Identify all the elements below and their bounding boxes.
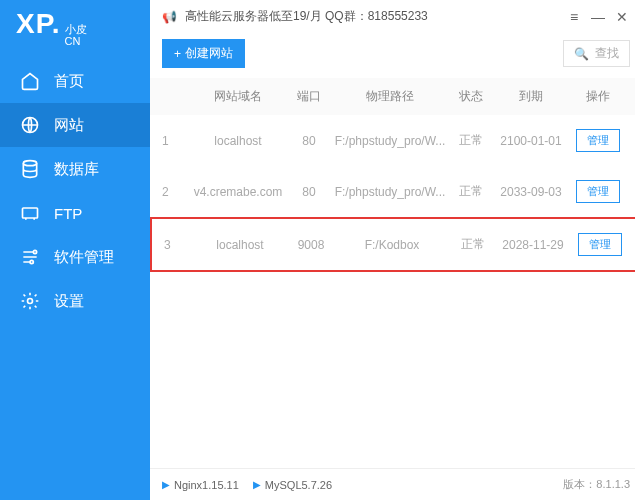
svg-rect-2 — [23, 208, 38, 218]
sidebar-item-label: 网站 — [54, 116, 84, 135]
sidebar-item-software[interactable]: 软件管理 — [0, 235, 150, 279]
row-expiry: 2033-09-03 — [492, 185, 570, 199]
sidebar-item-database[interactable]: 数据库 — [0, 147, 150, 191]
nginx-status[interactable]: ▶ Nginx1.15.11 — [162, 479, 239, 491]
statusbar: ▶ Nginx1.15.11 ▶ MySQL5.7.26 版本：8.1.1.3 — [150, 468, 635, 500]
header-expiry: 到期 — [492, 88, 570, 105]
header-domain: 网站域名 — [188, 88, 288, 105]
sliders-icon — [20, 247, 40, 267]
sidebar-item-home[interactable]: 首页 — [0, 59, 150, 103]
sidebar-item-label: 数据库 — [54, 160, 99, 179]
sidebar-item-label: 设置 — [54, 292, 84, 311]
row-port: 9008 — [290, 238, 332, 252]
database-icon — [20, 159, 40, 179]
row-expiry: 2028-11-29 — [494, 238, 572, 252]
sidebar-item-label: FTP — [54, 205, 82, 222]
website-table: 网站域名 端口 物理路径 状态 到期 操作 1localhost80F:/php… — [150, 78, 635, 272]
row-path: F:/phpstudy_pro/W... — [330, 185, 450, 199]
row-domain: v4.cremabe.com — [188, 185, 288, 199]
table-row[interactable]: 2v4.cremabe.com80F:/phpstudy_pro/W...正常2… — [150, 166, 635, 217]
sidebar: XP. 小皮CN 首页 网站 数据库 FTP 软件管理 设置 — [0, 0, 150, 500]
sidebar-item-ftp[interactable]: FTP — [0, 191, 150, 235]
header-port: 端口 — [288, 88, 330, 105]
toolbar: + 创建网站 🔍 查找 — [150, 33, 635, 78]
row-index: 2 — [162, 185, 188, 199]
header-path: 物理路径 — [330, 88, 450, 105]
svg-point-1 — [23, 161, 36, 166]
row-port: 80 — [288, 134, 330, 148]
minimize-button[interactable]: — — [590, 9, 606, 25]
row-index: 1 — [162, 134, 188, 148]
titlebar: 📢 高性能云服务器低至19/月 QQ群：818555233 ≡ — ✕ — [150, 0, 635, 33]
home-icon — [20, 71, 40, 91]
gear-icon — [20, 291, 40, 311]
ftp-icon — [20, 203, 40, 223]
row-port: 80 — [288, 185, 330, 199]
speaker-icon: 📢 — [162, 10, 177, 24]
row-path: F:/Kodbox — [332, 238, 452, 252]
logo-sub: 小皮CN — [65, 23, 87, 47]
row-expiry: 2100-01-01 — [492, 134, 570, 148]
globe-icon — [20, 115, 40, 135]
search-input[interactable]: 🔍 查找 — [563, 40, 630, 67]
plus-icon: + — [174, 47, 181, 61]
row-status: 正常 — [450, 183, 492, 200]
table-row[interactable]: 3localhost9008F:/Kodbox正常2028-11-29管理 — [150, 217, 635, 272]
svg-point-5 — [28, 299, 33, 304]
row-status: 正常 — [452, 236, 494, 253]
table-row[interactable]: 1localhost80F:/phpstudy_pro/W...正常2100-0… — [150, 115, 635, 166]
main-panel: 📢 高性能云服务器低至19/月 QQ群：818555233 ≡ — ✕ + 创建… — [150, 0, 635, 500]
search-placeholder: 查找 — [595, 45, 619, 62]
play-icon: ▶ — [253, 479, 261, 490]
header-actions: 操作 — [570, 88, 626, 105]
close-button[interactable]: ✕ — [614, 9, 630, 25]
svg-point-4 — [30, 261, 33, 264]
menu-icon[interactable]: ≡ — [566, 9, 582, 25]
create-site-button[interactable]: + 创建网站 — [162, 39, 245, 68]
row-domain: localhost — [188, 134, 288, 148]
promo-text: 高性能云服务器低至19/月 QQ群：818555233 — [185, 8, 428, 25]
svg-point-3 — [33, 251, 36, 254]
sidebar-item-label: 软件管理 — [54, 248, 114, 267]
row-status: 正常 — [450, 132, 492, 149]
manage-button[interactable]: 管理 — [576, 129, 620, 152]
sidebar-item-settings[interactable]: 设置 — [0, 279, 150, 323]
logo: XP. 小皮CN — [0, 0, 150, 59]
search-icon: 🔍 — [574, 47, 589, 61]
mysql-status[interactable]: ▶ MySQL5.7.26 — [253, 479, 332, 491]
table-header: 网站域名 端口 物理路径 状态 到期 操作 — [150, 78, 635, 115]
create-label: 创建网站 — [185, 45, 233, 62]
logo-main: XP. — [16, 8, 61, 40]
version-info: 版本：8.1.1.3 — [563, 477, 630, 492]
header-status: 状态 — [450, 88, 492, 105]
row-path: F:/phpstudy_pro/W... — [330, 134, 450, 148]
row-index: 3 — [164, 238, 190, 252]
manage-button[interactable]: 管理 — [576, 180, 620, 203]
row-domain: localhost — [190, 238, 290, 252]
play-icon: ▶ — [162, 479, 170, 490]
manage-button[interactable]: 管理 — [578, 233, 622, 256]
sidebar-item-label: 首页 — [54, 72, 84, 91]
sidebar-item-website[interactable]: 网站 — [0, 103, 150, 147]
